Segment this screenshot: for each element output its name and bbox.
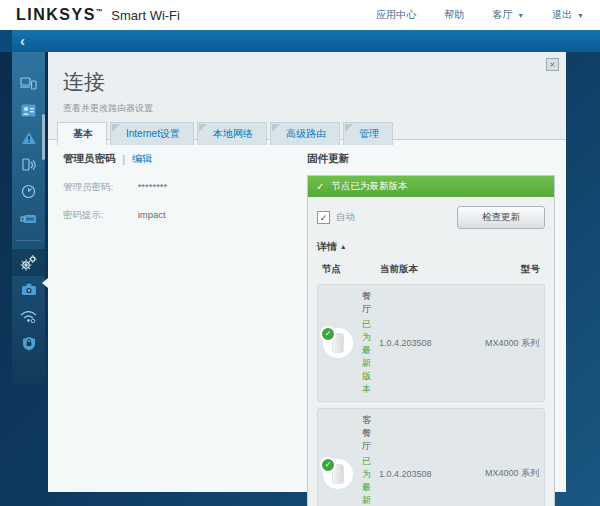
header-nav: 应用中心 帮助 客厅▼ 退出▼ <box>376 8 584 22</box>
parental-controls-icon <box>21 104 36 117</box>
page-title: 连接 <box>63 68 566 96</box>
band-corner <box>0 30 12 52</box>
admin-password-heading: 管理员密码 <box>63 152 116 166</box>
usb-storage-icon <box>20 214 37 224</box>
wifi-icon <box>20 310 37 323</box>
sidebar-scrollbar[interactable] <box>42 114 45 160</box>
tab-bar: 基本 Internet设置 本地网络 高级路由 管理 <box>57 122 396 145</box>
heading-separator: | <box>123 154 126 165</box>
app-root: LINKSYS™ Smart Wi-Fi 应用中心 帮助 客厅▼ 退出▼ ‹ <box>0 0 600 506</box>
node-table-header: 节点 当前版本 型号 <box>317 261 545 278</box>
settings-panel: ✕ 连接 查看并更改路由器设置 基本 Internet设置 本地网络 高级路由 … <box>48 52 566 492</box>
auto-update-checkbox[interactable]: ✓ <box>317 211 330 224</box>
nav-app-center[interactable]: 应用中心 <box>376 8 416 22</box>
firmware-heading: 固件更新 <box>307 152 555 166</box>
sidebar-item-wireless[interactable] <box>12 303 45 330</box>
check-updates-button[interactable]: 检查更新 <box>457 206 545 229</box>
tab-internet-settings[interactable]: Internet设置 <box>110 122 194 145</box>
speed-test-icon <box>21 184 36 199</box>
check-icon: ✓ <box>316 181 324 192</box>
tab-basic[interactable]: 基本 <box>57 122 107 145</box>
password-hint-label: 密码提示: <box>63 209 135 222</box>
admin-password-label: 管理员密码: <box>63 181 135 194</box>
firmware-box: ✓ 节点已为最新版本 ✓ 自动 检查更新 详情 <box>307 175 555 506</box>
firmware-body: ✓ 自动 检查更新 详情 ▲ 节点 当前版本 型号 <box>308 197 554 506</box>
up-to-date-badge-icon: ✓ <box>320 457 336 473</box>
sidebar-item-external-storage[interactable] <box>12 205 45 232</box>
devices-icon <box>20 77 37 91</box>
sidebar-item-priority[interactable] <box>12 124 45 151</box>
admin-password-value: ******** <box>138 181 168 192</box>
sidebar-item-devices[interactable] <box>12 70 45 97</box>
details-toggle[interactable]: 详情 ▲ <box>317 240 545 254</box>
tab-content: 管理员密码 | 编辑 管理员密码: ******** 密码提示: impact … <box>48 139 566 492</box>
admin-password-row: 管理员密码: ******** <box>63 181 307 194</box>
security-shield-icon <box>22 336 36 351</box>
chevron-up-icon: ▲ <box>340 243 347 250</box>
node-version: 1.0.4.203508 <box>379 338 467 348</box>
product-name: Smart Wi-Fi <box>111 8 180 23</box>
admin-password-section: 管理员密码 | 编辑 管理员密码: ******** 密码提示: impact <box>63 152 307 492</box>
tab-administration[interactable]: 管理 <box>343 122 393 145</box>
up-to-date-badge-icon: ✓ <box>320 326 336 342</box>
firmware-status-banner: ✓ 节点已为最新版本 <box>308 176 554 197</box>
node-thumbnail: ✓ <box>323 459 353 489</box>
warning-triangle-icon <box>21 131 37 145</box>
sidebar-item-settings[interactable] <box>12 249 45 276</box>
node-thumbnail: ✓ <box>323 328 353 358</box>
tab-local-network[interactable]: 本地网络 <box>197 122 267 145</box>
auto-update-label: 自动 <box>336 211 355 224</box>
node-model: MX4000 系列 <box>467 337 539 350</box>
col-node: 节点 <box>322 263 380 276</box>
settings-gears-icon <box>20 255 37 271</box>
node-model: MX4000 系列 <box>467 467 539 480</box>
back-chevron-icon[interactable]: ‹ <box>20 31 25 51</box>
table-row: ✓ 客餐厅已为最新版本 1.0.4.203508 MX4000 系列 <box>317 408 545 506</box>
chevron-down-icon: ▼ <box>577 12 584 19</box>
camera-icon <box>21 283 37 296</box>
node-status: 已为最新版本 <box>362 455 379 506</box>
firmware-status-text: 节点已为最新版本 <box>331 180 407 193</box>
sidebar <box>12 52 45 384</box>
col-version: 当前版本 <box>380 263 468 276</box>
nav-network-selector[interactable]: 客厅▼ <box>492 8 524 22</box>
node-status: 已为最新版本 <box>362 318 379 396</box>
node-name: 客餐厅 <box>362 414 379 453</box>
edit-link[interactable]: 编辑 <box>132 152 152 166</box>
sidebar-item-troubleshooting[interactable] <box>12 276 45 303</box>
table-row: ✓ 餐厅已为最新版本 1.0.4.203508 MX4000 系列 <box>317 284 545 402</box>
col-model: 型号 <box>468 263 540 276</box>
panel-header: 连接 查看并更改路由器设置 <box>48 52 566 115</box>
node-name: 餐厅 <box>362 290 379 316</box>
top-header: LINKSYS™ Smart Wi-Fi 应用中心 帮助 客厅▼ 退出▼ <box>0 0 600 30</box>
sidebar-item-speed-test[interactable] <box>12 178 45 205</box>
linksys-logo: LINKSYS™ <box>16 6 104 24</box>
sidebar-item-parental-controls[interactable] <box>12 97 45 124</box>
nav-help[interactable]: 帮助 <box>444 8 464 22</box>
tab-advanced-routing[interactable]: 高级路由 <box>270 122 340 145</box>
password-hint-row: 密码提示: impact <box>63 209 307 222</box>
sidebar-item-security[interactable] <box>12 330 45 357</box>
close-icon[interactable]: ✕ <box>546 58 559 71</box>
password-hint-value: impact <box>138 209 166 220</box>
node-version: 1.0.4.203508 <box>379 469 467 479</box>
sub-header-band: ‹ <box>0 30 600 52</box>
page-subtitle: 查看并更改路由器设置 <box>63 102 566 115</box>
chevron-down-icon: ▼ <box>517 12 524 19</box>
right-column: 固件更新 ✓ 节点已为最新版本 ✓ 自动 检查更新 <box>307 152 555 492</box>
nav-logout[interactable]: 退出▼ <box>552 8 584 22</box>
sidebar-divider <box>16 240 41 241</box>
sidebar-item-guest-access[interactable] <box>12 151 45 178</box>
guest-access-icon <box>21 158 36 172</box>
